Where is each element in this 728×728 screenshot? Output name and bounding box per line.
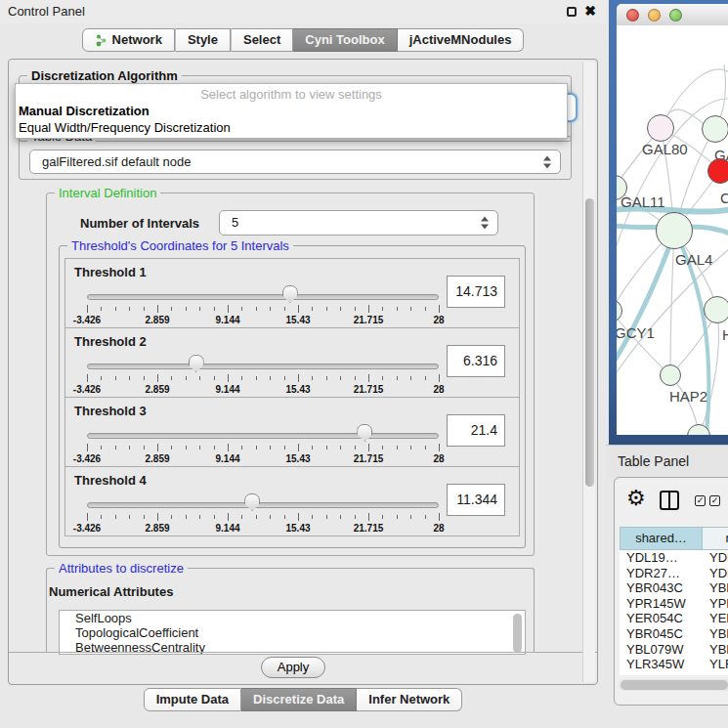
cell-name[interactable]: YER0: [703, 611, 728, 626]
control-panel: Control Panel ✖ Network Style Select Cyn…: [0, 0, 606, 728]
thresholds-stack: Threshold 1 -3.4262.8599.14415.4321.7152…: [64, 259, 520, 536]
table-data-combobox[interactable]: galFiltered.sif default node: [29, 150, 561, 174]
dropdown-option-manual-discretization[interactable]: Manual Discretization: [16, 104, 567, 118]
network-canvas[interactable]: GAL80GACGAL11GAL4GCY1HHAP2: [617, 25, 728, 435]
cell-shared-name[interactable]: YLR345W: [620, 657, 703, 672]
threshold-slider[interactable]: -3.4262.8599.14415.4321.71528: [87, 354, 439, 397]
threshold-slider[interactable]: -3.4262.8599.14415.4321.71528: [87, 284, 439, 327]
cell-name[interactable]: YBL0: [703, 642, 728, 658]
cell-shared-name[interactable]: YDL19…: [620, 550, 703, 566]
columns-icon[interactable]: [660, 491, 679, 510]
column-header-name[interactable]: n: [703, 527, 728, 550]
network-node[interactable]: [656, 212, 693, 249]
threshold-value-field[interactable]: 21.4: [447, 414, 505, 447]
tab-jactivemnodules[interactable]: jActiveMNodules: [398, 28, 525, 52]
slider-thumb[interactable]: [189, 355, 204, 372]
dropdown-option-equal-width-frequency[interactable]: Equal Width/Frequency Discretization: [16, 120, 567, 135]
table-row[interactable]: YBR043C YBR0: [620, 580, 728, 596]
slider-thumb[interactable]: [282, 285, 298, 303]
cell-name[interactable]: YDR2: [703, 566, 728, 581]
table-row[interactable]: YIL052C YIL0: [620, 672, 728, 675]
number-of-intervals-spinner[interactable]: 5: [219, 210, 498, 236]
checkbox-icon[interactable]: ✓: [709, 495, 720, 506]
table-panel-header: Table Panel: [606, 445, 728, 477]
list-scrollbar[interactable]: [513, 614, 522, 653]
threshold-slider[interactable]: -3.4262.8599.14415.4321.71528: [87, 492, 439, 535]
network-node[interactable]: [707, 158, 728, 184]
table-body[interactable]: YDL19… YDL1 YDR27… YDR2 YBR043C YBR0 YPR…: [620, 550, 728, 675]
tab-jactivemnodules-label: jActiveMNodules: [409, 29, 512, 51]
network-node[interactable]: [704, 296, 728, 323]
cell-name[interactable]: YBR0: [703, 580, 728, 596]
dropdown-prompt-item[interactable]: Select algorithm to view settings: [16, 87, 567, 102]
apply-button[interactable]: Apply: [261, 657, 325, 678]
tab-infer-network[interactable]: Infer Network: [357, 688, 462, 711]
table-horizontal-scrollbar[interactable]: [619, 679, 728, 691]
slider-thumb[interactable]: [244, 493, 260, 511]
slider-tick-labels: -3.4262.8599.14415.4321.71528: [87, 384, 439, 396]
network-node[interactable]: [660, 364, 681, 386]
table-row[interactable]: YLR345W YLR3: [620, 657, 728, 672]
panel-scrollbar[interactable]: [582, 62, 595, 682]
table-row[interactable]: YBR045C YBR0: [620, 626, 728, 642]
close-icon[interactable]: ✖: [584, 3, 596, 19]
tab-select[interactable]: Select: [232, 28, 293, 52]
tab-network-label: Network: [112, 29, 162, 51]
threshold-panel: Threshold 2 -3.4262.8599.14415.4321.7152…: [64, 327, 520, 398]
slider-track[interactable]: [87, 294, 439, 300]
slider-track[interactable]: [87, 364, 439, 369]
tab-discretize-data[interactable]: Discretize Data: [241, 688, 357, 711]
tab-cyni-toolbox[interactable]: Cyni Toolbox: [293, 28, 397, 52]
zoom-traffic-light-icon[interactable]: [669, 9, 682, 21]
close-traffic-light-icon[interactable]: [626, 9, 639, 21]
panel-scrollbar-thumb[interactable]: [585, 198, 594, 487]
cell-shared-name[interactable]: YPR145W: [620, 596, 703, 612]
tab-discretize-data-label: Discretize Data: [253, 689, 344, 710]
tab-style[interactable]: Style: [176, 28, 231, 52]
table-row[interactable]: YDR27… YDR2: [620, 566, 728, 581]
cell-name[interactable]: YBR0: [703, 626, 728, 642]
node-label: GCY1: [617, 324, 655, 341]
cell-name[interactable]: YDL1: [703, 550, 728, 566]
cell-shared-name[interactable]: YBR043C: [620, 580, 703, 596]
node-label: GAL4: [675, 251, 712, 268]
network-node[interactable]: [702, 115, 728, 143]
cell-name[interactable]: YLR3: [703, 657, 728, 672]
minimize-traffic-light-icon[interactable]: [648, 9, 661, 21]
node-label: C: [720, 190, 728, 206]
threshold-value-field[interactable]: 11.344: [447, 484, 505, 516]
table-scrollbar-thumb[interactable]: [621, 680, 728, 690]
slider-track[interactable]: [87, 433, 439, 439]
cell-name[interactable]: YPR1: [703, 596, 728, 612]
checkbox-icon[interactable]: ✓: [695, 495, 706, 506]
cell-name[interactable]: YIL0: [703, 672, 728, 675]
threshold-label: Threshold 1: [74, 265, 147, 279]
cell-shared-name[interactable]: YDR27…: [620, 566, 703, 581]
cell-shared-name[interactable]: YIL052C: [620, 672, 703, 675]
slider-thumb[interactable]: [357, 424, 372, 442]
numerical-attributes-list[interactable]: SelfLoopsTopologicalCoefficientBetweenne…: [59, 610, 526, 655]
slider-track[interactable]: [87, 502, 439, 508]
cell-shared-name[interactable]: YBL079W: [620, 642, 703, 658]
cell-shared-name[interactable]: YER054C: [620, 611, 703, 626]
table-row[interactable]: YDL19… YDL1: [620, 550, 728, 566]
list-item[interactable]: TopologicalCoefficient: [60, 625, 525, 640]
table-row[interactable]: YER054C YER0: [620, 611, 728, 626]
table-row[interactable]: YPR145W YPR1: [620, 596, 728, 612]
table-row[interactable]: YBL079W YBL0: [620, 642, 728, 658]
tab-network[interactable]: Network: [82, 28, 175, 52]
cyni-toolbox-panel: Discretization Algorithm Select algorith…: [8, 59, 598, 685]
discretization-algorithm-title: Discretization Algorithm: [27, 68, 182, 83]
column-header-shared-name[interactable]: shared…: [620, 527, 703, 550]
tab-impute-data[interactable]: Impute Data: [144, 688, 241, 711]
float-window-icon[interactable]: [567, 7, 577, 17]
tab-cyni-toolbox-label: Cyni Toolbox: [305, 29, 384, 51]
threshold-value-field[interactable]: 14.713: [447, 276, 505, 308]
threshold-slider[interactable]: -3.4262.8599.14415.4321.71528: [87, 423, 439, 466]
network-node[interactable]: [647, 114, 674, 142]
list-item[interactable]: SelfLoops: [60, 611, 525, 625]
interval-definition-group: Interval Definition Number of Intervals …: [46, 193, 535, 556]
cell-shared-name[interactable]: YBR045C: [620, 626, 703, 642]
gear-icon[interactable]: ⚙: [626, 486, 646, 511]
threshold-value-field[interactable]: 6.316: [447, 345, 505, 377]
